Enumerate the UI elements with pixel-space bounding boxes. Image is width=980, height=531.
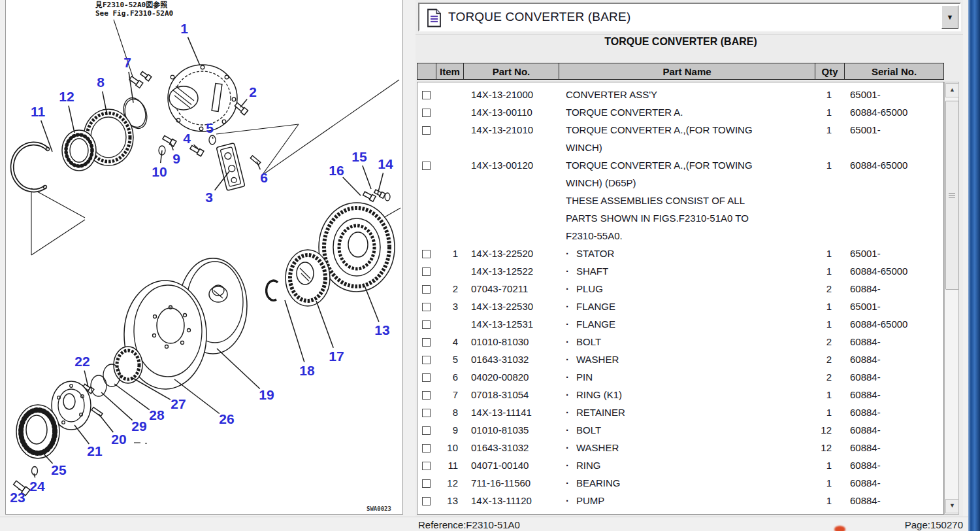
table-row[interactable]: 314X-13-22530·FLANGE165001- — [417, 298, 943, 315]
table-row[interactable]: 814X-13-11141·RETAINER160884- — [417, 403, 943, 421]
row-checkbox[interactable] — [422, 303, 431, 311]
table-row[interactable]: 14X-13-12531·FLANGE160884-65000 — [417, 315, 943, 333]
reference-label: Reference:F2310-51A0 — [418, 519, 520, 530]
scroll-down-button[interactable]: ▼ — [945, 499, 959, 513]
cell-checkbox — [417, 156, 436, 192]
row-checkbox[interactable] — [422, 462, 431, 470]
document-icon — [427, 9, 442, 30]
cell-part-name: ·RETAINER — [559, 403, 815, 421]
cell-item — [436, 121, 464, 156]
row-checkbox[interactable] — [422, 250, 431, 258]
cell-qty: 2 — [815, 333, 845, 351]
sub-part-dot: · — [566, 333, 576, 351]
cell-part-no: 14X-13-22520 — [464, 245, 559, 262]
row-checkbox[interactable] — [422, 373, 431, 382]
header-serial-no: Serial No. — [845, 63, 943, 79]
window-right-border — [968, 0, 980, 531]
vertical-scrollbar[interactable]: ▲ ▼ — [944, 82, 959, 515]
row-checkbox[interactable] — [422, 426, 431, 435]
cell-part-no: 01643-31032 — [464, 439, 559, 456]
cell-checkbox — [417, 509, 436, 515]
table-row[interactable]: 501643-31032·WASHER260884- — [417, 351, 943, 368]
callout-number: 20 — [111, 432, 126, 447]
cell-checkbox — [417, 280, 436, 298]
table-row[interactable]: 114X-13-22520·STATOR165001- — [417, 245, 943, 262]
row-checkbox[interactable] — [422, 338, 431, 347]
row-checkbox[interactable] — [422, 391, 431, 400]
row-checkbox[interactable] — [422, 444, 431, 453]
cell-part-name: TORQUE CONVERTER A. — [559, 103, 815, 121]
cell-serial-no: 60884- — [845, 492, 943, 509]
table-row[interactable]: 1001643-31032·WASHER1260884- — [417, 439, 943, 456]
cell-checkbox — [417, 298, 436, 315]
cell-item: 9 — [436, 421, 464, 439]
sub-part-dot: · — [566, 315, 576, 333]
table-row[interactable]: 14X-13-12522·SHAFT160884-65000 — [417, 262, 943, 280]
scroll-up-button[interactable]: ▲ — [945, 83, 959, 97]
cell-item: 13 — [436, 492, 464, 509]
cell-part-name: ·RING (K1) — [559, 386, 815, 403]
callout-number: 7 — [123, 55, 131, 70]
callout-number: 26 — [219, 411, 234, 426]
row-checkbox[interactable] — [422, 356, 431, 364]
diagram-ref-note-en: See Fig.F2310-52A0 — [95, 9, 173, 18]
cell-item: 6 — [436, 368, 464, 386]
page-label: Page:150270 — [905, 519, 963, 530]
cell-item — [436, 156, 464, 192]
row-checkbox[interactable] — [422, 285, 431, 294]
table-row[interactable]: 1407040-10907·PLUG260884- — [417, 509, 943, 515]
row-checkbox[interactable] — [422, 162, 431, 170]
header-qty: Qty — [815, 63, 845, 79]
table-row[interactable]: 14X-13-21000CONVERTER ASS'Y165001- — [417, 86, 943, 103]
callout-number: 24 — [29, 479, 45, 494]
cell-checkbox — [417, 86, 436, 103]
table-row[interactable]: 14X-13-00120TORQUE CONVERTER A.,(FOR TOW… — [417, 156, 943, 192]
row-checkbox[interactable] — [422, 479, 431, 488]
table-row[interactable]: 1314X-13-11120·PUMP160884- — [417, 492, 943, 509]
cell-part-name: ·STATOR — [559, 245, 815, 262]
scrollbar-thumb[interactable] — [945, 101, 959, 290]
cell-checkbox — [417, 403, 436, 421]
row-checkbox[interactable] — [422, 267, 431, 276]
table-row[interactable]: 14X-13-21010TORQUE CONVERTER A.,(FOR TOW… — [417, 121, 943, 156]
small-snap-ring-shape — [267, 281, 278, 300]
cell-part-name: ·PIN — [559, 368, 815, 386]
row-checkbox[interactable] — [422, 320, 431, 329]
row-checkbox[interactable] — [422, 109, 431, 117]
row-checkbox[interactable] — [422, 409, 431, 417]
callout-number: 10 — [152, 164, 167, 179]
cell-part-no: 04020-00820 — [464, 368, 559, 386]
callout-number: 6 — [260, 170, 268, 185]
cell-part-name: ·FLANGE — [559, 298, 815, 315]
sub-part-dot: · — [566, 351, 576, 368]
table-row[interactable]: 12711-16-11560·BEARING160884- — [417, 474, 943, 492]
figure-code: SWA0023 — [367, 505, 391, 512]
cell-part-no: 14X-13-00110 — [464, 103, 559, 121]
combobox-dropdown-button[interactable]: ▼ — [941, 5, 958, 29]
callout-number: 21 — [87, 443, 103, 458]
parts-catalog-window: 見F2310-52A0図参照 See Fig.F2310-52A0 — [0, 0, 980, 531]
table-row[interactable]: 1104071-00140·RING160884- — [417, 456, 943, 474]
figure-combobox[interactable]: TORQUE CONVERTER (BARE) ▼ — [418, 3, 961, 31]
cell-qty: 1 — [815, 492, 845, 509]
sub-part-dot: · — [566, 298, 576, 315]
cell-qty: 1 — [815, 315, 845, 333]
cell-part-no: 01643-31032 — [464, 351, 559, 368]
sub-part-dot: · — [566, 421, 576, 439]
row-checkbox[interactable] — [422, 497, 431, 505]
roller-bearing-shape — [16, 405, 59, 458]
callout-number: 13 — [374, 322, 389, 337]
table-row[interactable]: 604020-00820·PIN260884- — [417, 368, 943, 386]
cell-checkbox — [417, 386, 436, 403]
table-row[interactable]: 401010-81030·BOLT260884- — [417, 333, 943, 351]
table-row[interactable]: 14X-13-00110TORQUE CONVERTER A.160884-65… — [417, 103, 943, 121]
cell-part-no: 07043-70211 — [464, 280, 559, 298]
red-cursor-mark — [834, 526, 845, 531]
table-row[interactable]: 707018-31054·RING (K1)160884- — [417, 386, 943, 403]
cell-part-no: 14X-13-21010 — [464, 121, 559, 156]
table-row[interactable]: 901010-81035·BOLT1260884- — [417, 421, 943, 439]
table-row[interactable]: 207043-70211·PLUG260884- — [417, 280, 943, 298]
row-checkbox[interactable] — [422, 91, 431, 99]
cell-qty: 1 — [815, 103, 845, 121]
row-checkbox[interactable] — [422, 126, 431, 135]
